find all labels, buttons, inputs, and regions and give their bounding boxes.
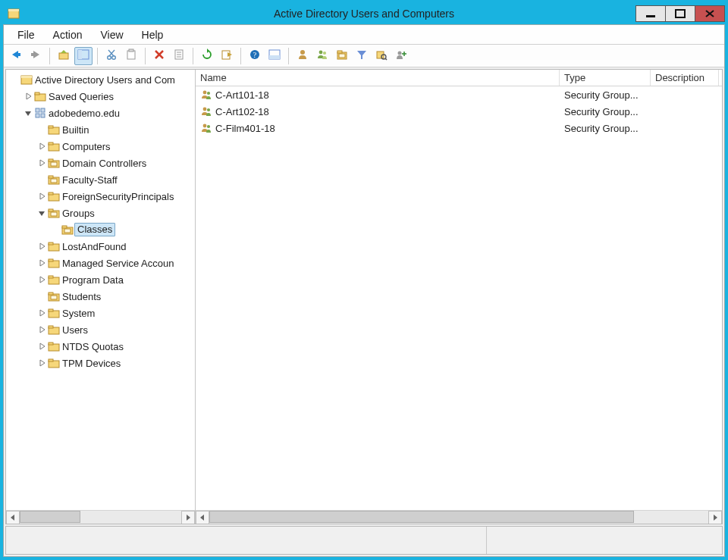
toolbar-new-ou[interactable] bbox=[333, 47, 351, 65]
folder-icon bbox=[47, 124, 61, 136]
toolbar-cut[interactable] bbox=[102, 47, 121, 65]
tree-item[interactable]: Builtin bbox=[6, 121, 195, 138]
tree-item[interactable]: ForeignSecurityPrincipals bbox=[6, 188, 195, 205]
svg-marker-6 bbox=[12, 51, 18, 58]
cell-type: Security Group... bbox=[560, 123, 651, 134]
tree-item[interactable]: Saved Queries bbox=[6, 88, 195, 105]
cell-name: C-Art101-18 bbox=[196, 89, 560, 101]
svg-point-108 bbox=[203, 124, 207, 128]
tree-item[interactable]: System bbox=[6, 305, 195, 321]
tree-item[interactable]: Students bbox=[6, 288, 195, 305]
chevron-right-icon[interactable] bbox=[36, 259, 47, 267]
chevron-right-icon[interactable] bbox=[36, 276, 47, 283]
tree-scroll-track[interactable] bbox=[20, 511, 181, 524]
chevron-right-icon[interactable] bbox=[36, 142, 47, 150]
toolbar-delete[interactable] bbox=[150, 47, 168, 65]
toolbar-nav-back[interactable] bbox=[7, 47, 25, 65]
toolbar-toggle-detail[interactable] bbox=[265, 47, 284, 65]
toolbar-refresh[interactable] bbox=[198, 47, 216, 65]
scroll-right-button[interactable] bbox=[181, 511, 195, 524]
scroll-left-button[interactable] bbox=[6, 511, 20, 524]
tree: Active Directory Users and ComSaved Quer… bbox=[6, 70, 195, 373]
tree-item-label: LostAndFound bbox=[61, 241, 128, 252]
column-header-type[interactable]: Type bbox=[560, 70, 651, 86]
close-button[interactable] bbox=[695, 5, 725, 22]
tree-item[interactable]: Faculty-Staff bbox=[6, 171, 195, 188]
list-row[interactable]: C-Art102-18Security Group... bbox=[196, 103, 722, 120]
tree-item-label: NTDS Quotas bbox=[61, 341, 125, 352]
toolbar-add-to-group[interactable] bbox=[392, 47, 410, 65]
toolbar-find[interactable] bbox=[372, 47, 391, 65]
svg-rect-50 bbox=[35, 92, 39, 95]
tree-item[interactable]: Domain Controllers bbox=[6, 155, 195, 171]
toolbar-up[interactable] bbox=[55, 47, 73, 65]
toolbar-export[interactable] bbox=[218, 47, 236, 65]
chevron-right-icon[interactable] bbox=[36, 343, 47, 350]
tree-item[interactable]: TPM Devices bbox=[6, 355, 195, 371]
ou-icon bbox=[336, 48, 348, 63]
chevron-right-icon[interactable] bbox=[36, 192, 47, 200]
chevron-right-icon[interactable] bbox=[23, 92, 33, 100]
toolbar-properties[interactable] bbox=[170, 47, 188, 65]
svg-point-35 bbox=[323, 52, 326, 55]
chevron-right-icon[interactable] bbox=[36, 326, 47, 333]
list-hscroll[interactable] bbox=[196, 510, 722, 524]
scroll-left-button[interactable] bbox=[196, 511, 209, 524]
tree-scroll-thumb[interactable] bbox=[20, 511, 80, 523]
svg-rect-92 bbox=[49, 309, 53, 311]
menu-file[interactable]: File bbox=[8, 27, 44, 43]
tree-item[interactable]: Classes bbox=[6, 221, 195, 238]
chevron-down-icon[interactable] bbox=[36, 209, 47, 217]
clipboard-icon bbox=[125, 48, 137, 63]
toolbar-help[interactable]: ? bbox=[246, 47, 264, 65]
status-bar bbox=[5, 526, 723, 555]
svg-point-14 bbox=[108, 56, 111, 60]
people-icon bbox=[316, 48, 328, 63]
toolbar-show-hide-tree[interactable] bbox=[74, 47, 93, 65]
chevron-down-icon[interactable] bbox=[23, 109, 33, 117]
toolbar-nav-forward[interactable] bbox=[27, 47, 45, 65]
status-cell-right bbox=[487, 527, 722, 554]
list-row[interactable]: C-Film401-18Security Group... bbox=[196, 120, 722, 136]
list-scroll-track[interactable] bbox=[209, 511, 708, 524]
chevron-right-icon[interactable] bbox=[36, 159, 47, 167]
tree-item[interactable]: LostAndFound bbox=[6, 238, 195, 255]
tree-item[interactable]: Users bbox=[6, 321, 195, 338]
minimize-button[interactable] bbox=[635, 5, 666, 22]
folder-q-icon bbox=[33, 90, 47, 102]
list-scroll-thumb[interactable] bbox=[209, 511, 634, 523]
pane-toggle-icon bbox=[268, 48, 281, 63]
maximize-button[interactable] bbox=[665, 5, 695, 22]
tree-item[interactable]: NTDS Quotas bbox=[6, 338, 195, 355]
toolbar-new-user[interactable] bbox=[293, 47, 312, 65]
chevron-right-icon[interactable] bbox=[36, 242, 47, 250]
menu-view[interactable]: View bbox=[91, 27, 132, 43]
tree-item-label: Classes bbox=[74, 223, 115, 236]
svg-marker-102 bbox=[11, 515, 14, 521]
toolbar-copy[interactable] bbox=[122, 47, 140, 65]
chevron-right-icon[interactable] bbox=[36, 359, 47, 367]
tree-item[interactable]: Computers bbox=[6, 138, 195, 155]
list-row[interactable]: C-Art101-18Security Group... bbox=[196, 86, 722, 103]
svg-rect-83 bbox=[49, 259, 53, 261]
tree-item[interactable]: Active Directory Users and Com bbox=[6, 71, 195, 88]
svg-rect-76 bbox=[62, 226, 67, 228]
svg-rect-101 bbox=[49, 359, 53, 361]
tree-hscroll[interactable] bbox=[6, 510, 195, 524]
tree-item[interactable]: Groups bbox=[6, 205, 195, 221]
menu-action[interactable]: Action bbox=[44, 27, 92, 43]
menu-help[interactable]: Help bbox=[133, 27, 173, 43]
column-header-description[interactable]: Description bbox=[651, 70, 719, 86]
cell-name-text: C-Film401-18 bbox=[215, 123, 275, 134]
tree-item[interactable]: Program Data bbox=[6, 271, 195, 288]
svg-rect-67 bbox=[51, 179, 57, 183]
chevron-right-icon[interactable] bbox=[36, 309, 47, 317]
toolbar-filter[interactable] bbox=[353, 47, 371, 65]
column-header-name[interactable]: Name bbox=[196, 70, 560, 86]
toolbar-new-group[interactable] bbox=[313, 47, 331, 65]
tree-item[interactable]: Managed Service Accoun bbox=[6, 255, 195, 271]
scroll-right-button[interactable] bbox=[708, 511, 722, 524]
tree-item-label: Faculty-Staff bbox=[61, 174, 119, 186]
svg-marker-78 bbox=[40, 243, 45, 249]
tree-item[interactable]: adobedemo.edu bbox=[6, 105, 195, 121]
